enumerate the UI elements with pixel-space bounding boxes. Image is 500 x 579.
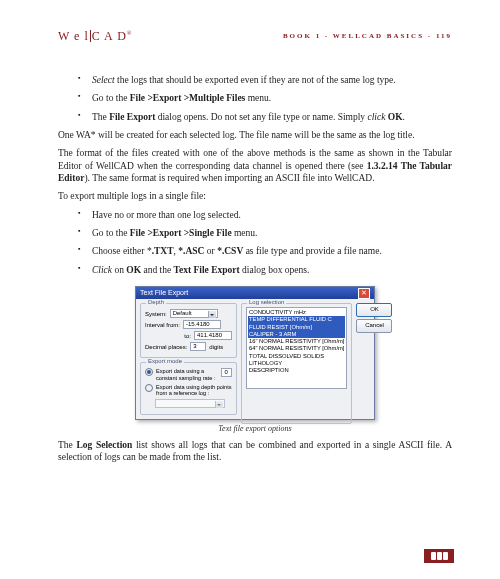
radio-constant-rate[interactable] [145,368,153,376]
bullet-item: Go to the File >Export >Multiple Files m… [92,92,452,104]
figure-caption: Text file export options [58,424,452,433]
page: W e lC A D® BOOK 1 - WELLCAD BASICS - 11… [0,0,500,579]
text: Have no or more than one log selected. [92,210,241,220]
text: OK [385,112,402,122]
text: ). The same format is required when impo… [84,173,374,183]
list-item[interactable]: CALIPER - 3 ARM [248,331,345,338]
footer-logo-alt [424,549,454,563]
decimal-input[interactable]: 3 [190,342,206,351]
dialog-body: Depth System:Default Interval from:-15.4… [136,299,374,419]
fieldset-export-mode: Export mode Export data using a constant… [140,362,237,415]
text: Go to the [92,93,130,103]
label: digits [209,344,223,350]
logo-wellcad: W e lC A D® [58,28,132,44]
logo-right: C A D [92,29,127,43]
text: The [58,440,76,450]
text: the logs that should be exported even if… [115,75,396,85]
bullet-item: Click on OK and the Text File Export dia… [92,264,452,276]
dialog-title: Text File Export [140,287,188,299]
text: File >Export >Single File [130,228,232,238]
close-icon[interactable]: ✕ [358,288,370,299]
paragraph: One WA* will be created for each selecte… [58,129,452,141]
emphasis: Click [92,265,112,275]
list-item[interactable]: 16" NORMAL RESISTIVITY [Ohm/m] [248,338,345,345]
rate-input[interactable]: 0 [221,368,232,377]
emphasis: Select [92,75,115,85]
cancel-button[interactable]: Cancel [356,319,392,333]
text: *.ASC [178,246,204,256]
logo-glyph [437,552,442,560]
reference-select[interactable] [155,399,225,408]
label: Decimal places: [145,344,187,350]
logo-divider [90,30,91,42]
label: Interval from: [145,322,180,328]
logo-glyph [443,552,448,560]
text: .TXT [152,246,174,256]
logo-left: W e l [58,29,89,43]
text: OK [126,265,141,275]
bullet-item: Go to the File >Export >Single File menu… [92,227,452,239]
dialog-left-column: Depth System:Default Interval from:-15.4… [140,303,237,415]
fieldset-log-selection: Log selection CONDUCTIVITY mHz TEMP DIFF… [241,303,352,424]
label: to: [145,333,191,339]
select-value: Default [173,310,192,316]
radio-label: Export data using a constant sampling ra… [156,368,218,381]
dialog-titlebar[interactable]: Text File Export ✕ [136,287,374,299]
text: Text File Export [174,265,240,275]
legend: Log selection [247,299,286,305]
running-header: W e lC A D® BOOK 1 - WELLCAD BASICS - 11… [58,28,452,44]
text: Choose either * [92,246,152,256]
paragraph: The format of the files created with one… [58,147,452,184]
legend: Depth [146,299,166,305]
bullet-item: Select the logs that should be exported … [92,74,452,86]
text: The [92,112,109,122]
logo-glyph [431,552,436,560]
list-item[interactable]: 64" NORMAL RESISTIVITY [Ohm/m] [248,345,345,352]
text: on [112,265,126,275]
list-item[interactable]: CONDUCTIVITY mHz [248,309,345,316]
bullet-item: Have no or more than one log selected. [92,209,452,221]
text: *.CSV [217,246,243,256]
to-input[interactable]: 411.4180 [194,331,232,340]
figure: Text File Export ✕ Depth System:Default … [58,286,452,433]
label: System: [145,311,167,317]
radio-reference-log[interactable] [145,384,153,392]
list-item[interactable]: DESCRIPTION [248,367,345,374]
bullet-list-2: Have no or more than one log selected. G… [58,209,452,276]
ok-button[interactable]: OK [356,303,392,317]
bullet-list-1: Select the logs that should be exported … [58,74,452,123]
paragraph: The Log Selection list shows all logs th… [58,439,452,464]
emphasis: click [367,112,385,122]
text: menu. [245,93,271,103]
text: menu. [232,228,258,238]
fieldset-depth: Depth System:Default Interval from:-15.4… [140,303,237,358]
text: File >Export >Multiple Files [130,93,246,103]
text: Log Selection [76,440,132,450]
system-select[interactable]: Default [170,309,218,318]
dialog-right-column: OK Cancel [356,303,392,415]
legend: Export mode [146,358,184,364]
list-item[interactable]: LITHOLOGY [248,360,345,367]
dialog-middle-column: Log selection CONDUCTIVITY mHz TEMP DIFF… [241,303,352,415]
list-item[interactable]: TOTAL DISSOLVED SOLIDS [248,353,345,360]
text: dialog opens. Do not set any file type o… [155,112,367,122]
page-title: BOOK 1 - WELLCAD BASICS - 119 [283,32,452,40]
text: as file type and provide a file name. [243,246,382,256]
text: dialog box opens. [240,265,310,275]
list-item[interactable]: FLUID RESIST [Ohm/m] [248,324,345,331]
bullet-item: The File Export dialog opens. Do not set… [92,111,452,123]
list-item[interactable]: TEMP DIFFERENTIAL FLUID C [248,316,345,323]
text: Go to the [92,228,130,238]
text: . [403,112,405,122]
bullet-item: Choose either *.TXT, *.ASC or *.CSV as f… [92,245,452,257]
text: File Export [109,112,155,122]
log-selection-list[interactable]: CONDUCTIVITY mHz TEMP DIFFERENTIAL FLUID… [246,307,347,389]
from-input[interactable]: -15.4180 [183,320,221,329]
text: and the [141,265,173,275]
dialog-text-file-export: Text File Export ✕ Depth System:Default … [135,286,375,420]
radio-label: Export data using depth points from a re… [156,384,232,397]
paragraph: To export multiple logs in a single file… [58,190,452,202]
text: or [204,246,217,256]
